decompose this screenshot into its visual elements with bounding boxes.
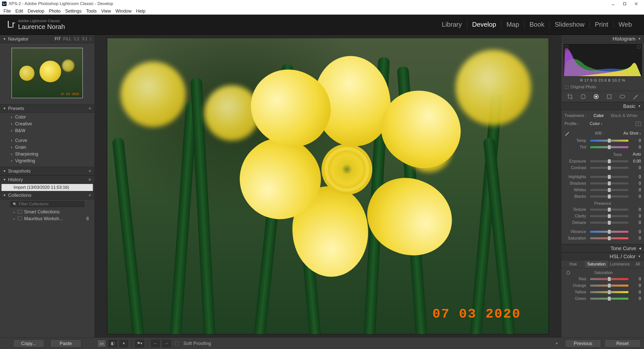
module-develop[interactable]: Develop (467, 21, 501, 28)
copy-button[interactable]: Copy... (13, 339, 44, 347)
menu-file[interactable]: File (2, 8, 13, 14)
histogram-header[interactable]: Histogram ▼ (561, 35, 644, 43)
texture-slider[interactable] (590, 209, 628, 211)
hsl-yellow-slider[interactable] (590, 291, 628, 293)
preset-group[interactable]: Grain (0, 144, 94, 151)
hsl-green-value[interactable]: 0 (630, 296, 641, 301)
zoom-1to1[interactable]: 1:1 (74, 37, 79, 42)
preset-group[interactable]: Creative (0, 121, 94, 127)
loupe-view-button[interactable]: ▭ (97, 340, 106, 347)
temp-slider[interactable] (590, 140, 628, 142)
zoom-fit[interactable]: FIT (55, 37, 61, 42)
before-after-lr-button[interactable]: ◧ (108, 340, 117, 347)
module-print[interactable]: Print (590, 21, 614, 28)
add-preset-icon[interactable]: + (88, 106, 91, 111)
original-photo-toggle[interactable]: Original Photo (561, 83, 644, 91)
hsl-red-value[interactable]: 0 (630, 277, 641, 281)
presets-header[interactable]: ▼ Presets + (0, 104, 94, 113)
paste-button[interactable]: Paste (50, 339, 82, 347)
menu-develop[interactable]: Develop (26, 8, 46, 14)
auto-tone-button[interactable]: Auto (633, 152, 641, 157)
treatment-bw[interactable]: Black & White (607, 113, 641, 118)
history-header[interactable]: ▼ History ✕ (0, 175, 94, 184)
hsl-orange-slider[interactable] (590, 285, 628, 287)
hsl-tab-saturation[interactable]: Saturation (585, 260, 608, 268)
hsl-tab-hue[interactable]: Hue (561, 260, 585, 268)
module-map[interactable]: Map (501, 21, 525, 28)
hsl-tab-luminance[interactable]: Luminance (608, 260, 631, 268)
menu-help[interactable]: Help (134, 8, 147, 14)
redeye-tool-icon[interactable] (592, 93, 600, 100)
module-slideshow[interactable]: Slideshow (550, 21, 590, 28)
navigator-header[interactable]: ▼ Navigator FIT FILL 1:1 3:1 ⁞ (0, 35, 94, 43)
highlights-value[interactable]: 0 (630, 175, 641, 179)
snapshots-header[interactable]: ▼ Snapshots + (0, 167, 94, 175)
saturation-value[interactable]: 0 (630, 236, 641, 241)
saturation-slider[interactable] (590, 237, 628, 239)
crop-tool-icon[interactable] (566, 93, 574, 100)
contrast-slider[interactable] (590, 167, 628, 169)
tint-value[interactable]: 0 (630, 145, 641, 149)
menu-view[interactable]: View (99, 8, 113, 14)
menu-photo[interactable]: Photo (47, 8, 63, 14)
hsl-header[interactable]: HSL / Color ▼ (561, 252, 644, 260)
clarity-value[interactable]: 0 (630, 214, 641, 218)
soft-proof-checkbox[interactable] (175, 341, 179, 345)
menu-tools[interactable]: Tools (84, 8, 99, 14)
dehaze-slider[interactable] (590, 222, 628, 224)
hsl-green-slider[interactable] (590, 298, 628, 300)
profile-value[interactable]: Color ▾ (590, 121, 602, 126)
add-collection-icon[interactable]: + (88, 192, 91, 198)
whites-slider[interactable] (590, 189, 628, 191)
preset-group[interactable]: Vignetting (0, 158, 94, 164)
clarity-slider[interactable] (590, 215, 628, 217)
spot-tool-icon[interactable] (579, 93, 587, 100)
highlights-slider[interactable] (590, 176, 628, 178)
treatment-color[interactable]: Color (590, 113, 608, 118)
module-library[interactable]: Library (437, 21, 467, 28)
exposure-value[interactable]: 0.00 (630, 159, 641, 164)
vibrance-value[interactable]: 0 (630, 229, 641, 234)
next-photo-button[interactable]: → (162, 340, 171, 347)
maximize-button[interactable] (619, 0, 630, 8)
shadows-slider[interactable] (590, 182, 628, 184)
minimize-button[interactable] (607, 0, 619, 8)
history-entry[interactable]: Import (13/03/2020 11:53:16) (2, 184, 93, 191)
prev-photo-button[interactable]: ← (151, 340, 160, 347)
collections-filter-input[interactable]: Filter Collections (10, 201, 84, 207)
profile-browser-icon[interactable] (635, 122, 641, 126)
before-after-menu-button[interactable]: ▾ (119, 340, 128, 347)
add-snapshot-icon[interactable]: + (88, 168, 91, 174)
temp-value[interactable]: 0 (630, 138, 641, 143)
targeted-adjust-icon[interactable] (567, 271, 570, 275)
clear-history-icon[interactable]: ✕ (88, 177, 91, 182)
hsl-tab-all[interactable]: All (631, 260, 644, 268)
menu-window[interactable]: Window (113, 8, 134, 14)
contrast-value[interactable]: 0 (630, 166, 641, 170)
previous-button[interactable]: Previous (565, 339, 601, 347)
radial-filter-icon[interactable] (618, 93, 627, 100)
histogram[interactable] (564, 44, 642, 76)
dehaze-value[interactable]: 0 (630, 220, 641, 225)
basic-header[interactable]: Basic ▼ (561, 102, 644, 110)
toolbar-menu-icon[interactable]: ▼ (555, 341, 558, 345)
exposure-slider[interactable] (590, 160, 628, 162)
reset-button[interactable]: Reset (605, 339, 640, 347)
hsl-yellow-value[interactable]: 0 (630, 290, 641, 294)
wb-picker-icon[interactable] (565, 131, 573, 136)
collection-item[interactable]: ▸ Mauritius Worksh... 8 (0, 215, 94, 222)
whites-value[interactable]: 0 (630, 188, 641, 192)
flag-menu-button[interactable]: ⚑▾ (135, 340, 144, 347)
collection-item[interactable]: ▸ Smart Collections (0, 209, 94, 215)
menu-settings[interactable]: Settings (63, 8, 84, 14)
blacks-slider[interactable] (590, 196, 628, 198)
navigator-thumbnail[interactable]: 07 03 2020 (12, 48, 83, 98)
preset-group[interactable]: Curve (0, 137, 94, 144)
module-book[interactable]: Book (525, 21, 550, 28)
zoom-fill[interactable]: FILL (63, 37, 71, 42)
preset-group[interactable]: Color (0, 114, 94, 121)
blacks-value[interactable]: 0 (630, 194, 641, 199)
zoom-ratio[interactable]: 3:1 (82, 37, 88, 42)
vibrance-slider[interactable] (590, 231, 628, 233)
menu-edit[interactable]: Edit (13, 8, 25, 14)
